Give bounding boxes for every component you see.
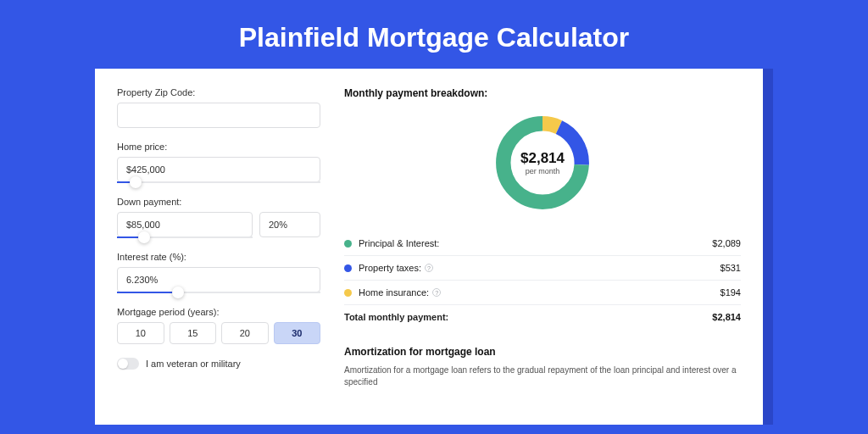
legend-value-taxes: $531 <box>721 263 741 273</box>
amortization-title: Amortization for mortgage loan <box>344 346 741 358</box>
legend-row-insurance: Home insurance: ? $194 <box>344 280 741 304</box>
period-option-30[interactable]: 30 <box>274 322 321 344</box>
period-option-20[interactable]: 20 <box>221 322 269 344</box>
zip-input[interactable] <box>117 103 320 128</box>
legend-value-principal: $2,089 <box>712 238 741 248</box>
legend-row-taxes: Property taxes: ? $531 <box>344 255 741 280</box>
veteran-label: I am veteran or military <box>146 359 241 369</box>
legend-value-insurance: $194 <box>721 287 741 298</box>
page-title: Plainfield Mortgage Calculator <box>0 0 868 69</box>
legend-label-insurance: Home insurance: ? <box>359 287 721 298</box>
period-label: Mortgage period (years): <box>117 307 320 317</box>
donut-center-amount: $2,814 <box>520 150 565 167</box>
down-payment-amount-input[interactable] <box>117 212 253 237</box>
home-price-input[interactable] <box>117 157 320 182</box>
info-icon[interactable]: ? <box>425 264 433 272</box>
legend-dot-taxes <box>344 264 352 272</box>
zip-block: Property Zip Code: <box>117 87 320 128</box>
info-icon[interactable]: ? <box>432 288 441 297</box>
legend-row-total: Total monthly payment: $2,814 <box>344 304 741 329</box>
down-payment-slider-thumb[interactable] <box>138 231 150 243</box>
interest-input[interactable] <box>117 267 320 292</box>
legend-label-insurance-text: Home insurance: <box>359 287 429 298</box>
interest-block: Interest rate (%): <box>117 252 320 293</box>
calculator-card: Property Zip Code: Home price: Down paym… <box>95 69 763 425</box>
period-options: 10 15 20 30 <box>117 322 320 344</box>
legend-label-taxes: Property taxes: ? <box>359 263 721 273</box>
interest-label: Interest rate (%): <box>117 252 320 262</box>
down-payment-pct-input[interactable] <box>259 212 320 237</box>
down-payment-label: Down payment: <box>117 197 320 207</box>
down-payment-block: Down payment: <box>117 197 320 238</box>
legend-label-total: Total monthly payment: <box>344 312 712 322</box>
donut-chart: $2,814 per month <box>491 111 594 214</box>
period-option-10[interactable]: 10 <box>117 322 164 344</box>
period-option-15[interactable]: 15 <box>170 322 217 344</box>
breakdown-column: Monthly payment breakdown: $2,814 per mo… <box>344 87 741 425</box>
interest-slider-thumb[interactable] <box>172 287 184 298</box>
down-payment-slider[interactable] <box>117 236 253 238</box>
legend-dot-principal <box>344 240 352 248</box>
zip-label: Property Zip Code: <box>117 87 320 97</box>
amortization-text: Amortization for a mortgage loan refers … <box>344 364 741 388</box>
veteran-toggle[interactable] <box>117 358 139 370</box>
donut-wrap: $2,814 per month <box>344 111 741 214</box>
period-block: Mortgage period (years): 10 15 20 30 <box>117 307 320 344</box>
form-column: Property Zip Code: Home price: Down paym… <box>117 87 320 425</box>
legend-value-total: $2,814 <box>712 312 741 322</box>
home-price-slider[interactable] <box>117 181 320 183</box>
card-shadow: Property Zip Code: Home price: Down paym… <box>95 69 773 425</box>
legend-row-principal: Principal & Interest: $2,089 <box>344 231 741 255</box>
legend-label-taxes-text: Property taxes: <box>359 263 421 273</box>
home-price-slider-thumb[interactable] <box>130 176 142 188</box>
home-price-block: Home price: <box>117 142 320 183</box>
donut-center-sub: per month <box>526 167 560 175</box>
interest-slider[interactable] <box>117 292 320 293</box>
home-price-label: Home price: <box>117 142 320 152</box>
breakdown-title: Monthly payment breakdown: <box>344 87 741 99</box>
legend: Principal & Interest: $2,089 Property ta… <box>344 231 741 329</box>
veteran-row: I am veteran or military <box>117 358 320 370</box>
legend-label-principal: Principal & Interest: <box>359 238 712 248</box>
legend-dot-insurance <box>344 289 352 297</box>
